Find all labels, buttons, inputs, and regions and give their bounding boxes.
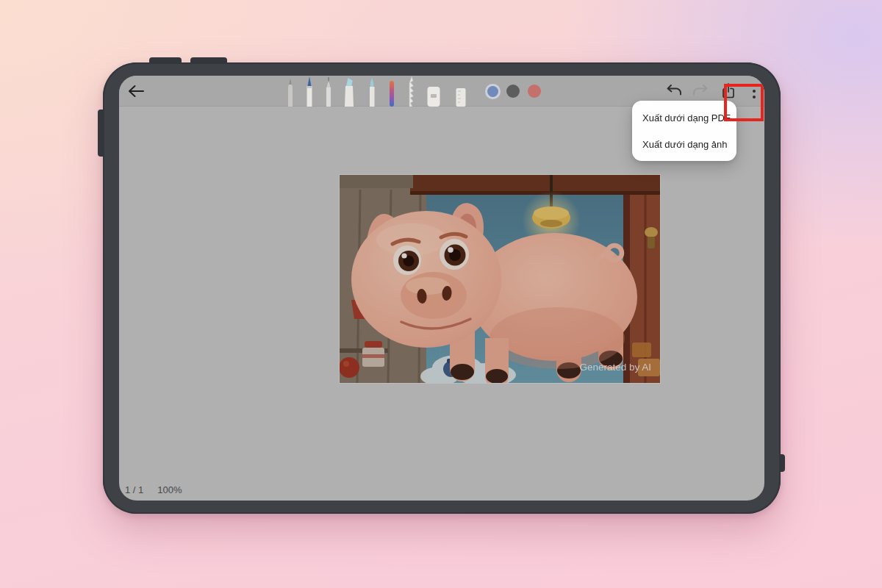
chisel-marker-tool[interactable]	[343, 76, 356, 107]
chisel-marker-icon	[343, 76, 356, 107]
export-menu: Xuất dưới dạng PDF Xuất dưới dạng ảnh	[632, 101, 736, 161]
pencil-icon	[284, 76, 297, 107]
pencil-tool[interactable]	[284, 76, 297, 107]
menu-item-export-pdf[interactable]: Xuất dưới dạng PDF	[632, 104, 736, 131]
undo-icon	[665, 83, 683, 99]
quill-tool[interactable]	[405, 76, 418, 107]
statusbar: 1 / 1 100%	[125, 484, 182, 495]
dark-gray-swatch[interactable]	[506, 85, 520, 98]
power-button	[149, 57, 182, 64]
tablet-device-frame: Generated by AI Xuất dưới dạng PDF Xuất …	[103, 62, 781, 514]
fineliner-tool[interactable]	[322, 76, 335, 107]
canvas-image[interactable]: Generated by AI	[340, 175, 660, 383]
back-button[interactable]	[125, 82, 147, 101]
brush-pen-tool[interactable]	[303, 76, 316, 107]
ruler-tool[interactable]	[454, 76, 467, 107]
ai-watermark: Generated by AI	[579, 362, 651, 373]
side-button	[98, 110, 104, 157]
brush-pen-icon	[303, 76, 316, 107]
side-button-right	[779, 454, 785, 472]
rainbow-marker-icon	[385, 76, 398, 107]
rainbow-marker-tool[interactable]	[385, 76, 398, 107]
pig-illustration: Generated by AI	[340, 175, 660, 383]
desktop-background: { "toolbar": { "tools": [ {"name": "penc…	[0, 0, 882, 588]
menu-item-export-image[interactable]: Xuất dưới dạng ảnh	[632, 131, 736, 157]
redo-button[interactable]	[689, 82, 711, 101]
share-highlight-box	[724, 84, 764, 121]
back-arrow-icon	[126, 83, 146, 99]
page-indicator: 1 / 1	[125, 484, 143, 495]
eraser-tool[interactable]	[426, 76, 441, 107]
app-screen: Generated by AI Xuất dưới dạng PDF Xuất …	[119, 76, 764, 501]
quill-icon	[405, 76, 418, 107]
undo-button[interactable]	[663, 82, 685, 101]
paintbrush-icon	[365, 76, 379, 107]
paintbrush-tool[interactable]	[365, 76, 379, 107]
ruler-icon	[454, 76, 467, 107]
eraser-icon	[426, 76, 441, 107]
fineliner-icon	[322, 76, 335, 107]
volume-button	[190, 57, 227, 64]
redo-icon	[692, 83, 709, 99]
blue-swatch-selected[interactable]	[487, 86, 498, 97]
zoom-level: 100%	[157, 484, 182, 495]
red-swatch[interactable]	[528, 85, 541, 98]
